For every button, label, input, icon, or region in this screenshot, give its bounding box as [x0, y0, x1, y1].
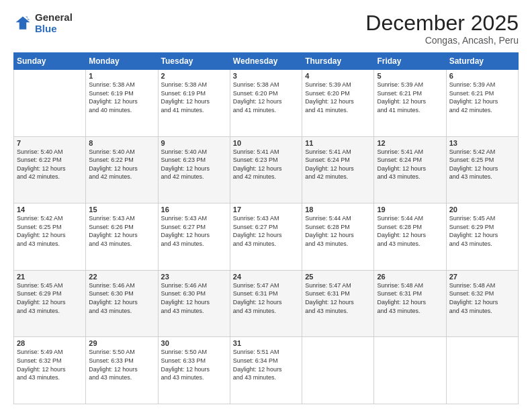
header: General Blue December 2025 Congas, Ancas… [13, 12, 519, 46]
table-row: 11Sunrise: 5:41 AM Sunset: 6:24 PM Dayli… [302, 136, 374, 203]
day-info: Sunrise: 5:38 AM Sunset: 6:20 PM Dayligh… [233, 81, 299, 114]
day-info: Sunrise: 5:43 AM Sunset: 6:27 PM Dayligh… [233, 214, 299, 248]
day-number: 26 [377, 273, 443, 281]
calendar-header-row: Sunday Monday Tuesday Wednesday Thursday… [14, 53, 519, 70]
day-info: Sunrise: 5:38 AM Sunset: 6:19 PM Dayligh… [161, 81, 227, 114]
table-row [374, 337, 446, 404]
day-info: Sunrise: 5:40 AM Sunset: 6:22 PM Dayligh… [89, 148, 154, 181]
table-row: 9Sunrise: 5:40 AM Sunset: 6:23 PM Daylig… [158, 136, 230, 203]
day-info: Sunrise: 5:45 AM Sunset: 6:29 PM Dayligh… [17, 281, 83, 315]
day-info: Sunrise: 5:50 AM Sunset: 6:33 PM Dayligh… [161, 348, 227, 381]
table-row: 25Sunrise: 5:47 AM Sunset: 6:31 PM Dayli… [302, 270, 374, 337]
table-row: 6Sunrise: 5:39 AM Sunset: 6:21 PM Daylig… [446, 70, 518, 137]
day-info: Sunrise: 5:42 AM Sunset: 6:25 PM Dayligh… [17, 214, 83, 248]
table-row: 4Sunrise: 5:39 AM Sunset: 6:20 PM Daylig… [302, 70, 374, 137]
day-number: 6 [449, 72, 515, 80]
table-row: 20Sunrise: 5:45 AM Sunset: 6:29 PM Dayli… [446, 203, 518, 271]
day-info: Sunrise: 5:43 AM Sunset: 6:26 PM Dayligh… [89, 214, 154, 248]
table-row: 2Sunrise: 5:38 AM Sunset: 6:19 PM Daylig… [158, 70, 230, 137]
col-wednesday: Wednesday [230, 53, 302, 70]
day-number: 14 [17, 205, 83, 214]
day-number: 17 [233, 205, 299, 214]
day-number: 16 [161, 205, 227, 214]
calendar-week-row: 14Sunrise: 5:42 AM Sunset: 6:25 PM Dayli… [14, 203, 519, 271]
table-row: 1Sunrise: 5:38 AM Sunset: 6:19 PM Daylig… [86, 70, 158, 137]
title-location: Congas, Ancash, Peru [365, 35, 519, 46]
table-row: 5Sunrise: 5:39 AM Sunset: 6:21 PM Daylig… [374, 70, 446, 137]
day-info: Sunrise: 5:50 AM Sunset: 6:33 PM Dayligh… [89, 348, 154, 381]
table-row: 16Sunrise: 5:43 AM Sunset: 6:27 PM Dayli… [158, 203, 230, 271]
day-info: Sunrise: 5:47 AM Sunset: 6:31 PM Dayligh… [233, 281, 299, 315]
title-block: December 2025 Congas, Ancash, Peru [365, 12, 519, 46]
col-tuesday: Tuesday [158, 53, 230, 70]
table-row: 3Sunrise: 5:38 AM Sunset: 6:20 PM Daylig… [230, 70, 302, 137]
day-number: 1 [89, 72, 154, 80]
calendar-week-row: 21Sunrise: 5:45 AM Sunset: 6:29 PM Dayli… [14, 270, 519, 337]
table-row: 17Sunrise: 5:43 AM Sunset: 6:27 PM Dayli… [230, 203, 302, 271]
day-info: Sunrise: 5:41 AM Sunset: 6:24 PM Dayligh… [305, 148, 371, 181]
table-row: 21Sunrise: 5:45 AM Sunset: 6:29 PM Dayli… [14, 270, 86, 337]
table-row: 26Sunrise: 5:48 AM Sunset: 6:31 PM Dayli… [374, 270, 446, 337]
day-number: 3 [233, 72, 299, 80]
day-info: Sunrise: 5:46 AM Sunset: 6:30 PM Dayligh… [89, 281, 154, 315]
table-row: 22Sunrise: 5:46 AM Sunset: 6:30 PM Dayli… [86, 270, 158, 337]
day-number: 13 [449, 139, 515, 147]
day-info: Sunrise: 5:43 AM Sunset: 6:27 PM Dayligh… [161, 214, 227, 248]
day-info: Sunrise: 5:42 AM Sunset: 6:25 PM Dayligh… [449, 148, 515, 181]
day-info: Sunrise: 5:39 AM Sunset: 6:20 PM Dayligh… [305, 81, 371, 114]
calendar-week-row: 28Sunrise: 5:49 AM Sunset: 6:32 PM Dayli… [14, 337, 519, 404]
col-saturday: Saturday [446, 53, 518, 70]
day-info: Sunrise: 5:38 AM Sunset: 6:19 PM Dayligh… [89, 81, 154, 114]
day-number: 15 [89, 205, 154, 214]
calendar-table: Sunday Monday Tuesday Wednesday Thursday… [13, 52, 519, 404]
day-number: 31 [233, 339, 299, 347]
day-number: 7 [17, 139, 83, 147]
table-row: 7Sunrise: 5:40 AM Sunset: 6:22 PM Daylig… [14, 136, 86, 203]
col-thursday: Thursday [302, 53, 374, 70]
day-number: 28 [17, 339, 83, 347]
logo: General Blue [13, 12, 73, 34]
col-friday: Friday [374, 53, 446, 70]
day-number: 30 [161, 339, 227, 347]
day-number: 27 [449, 273, 515, 281]
day-info: Sunrise: 5:47 AM Sunset: 6:31 PM Dayligh… [305, 281, 371, 315]
day-info: Sunrise: 5:51 AM Sunset: 6:34 PM Dayligh… [233, 348, 299, 381]
calendar-week-row: 1Sunrise: 5:38 AM Sunset: 6:19 PM Daylig… [14, 70, 519, 137]
day-info: Sunrise: 5:45 AM Sunset: 6:29 PM Dayligh… [449, 214, 515, 248]
logo-icon [13, 14, 32, 33]
day-info: Sunrise: 5:39 AM Sunset: 6:21 PM Dayligh… [449, 81, 515, 114]
table-row: 27Sunrise: 5:48 AM Sunset: 6:32 PM Dayli… [446, 270, 518, 337]
col-monday: Monday [86, 53, 158, 70]
day-number: 10 [233, 139, 299, 147]
day-info: Sunrise: 5:48 AM Sunset: 6:31 PM Dayligh… [377, 281, 443, 315]
logo-text: General Blue [35, 12, 73, 34]
table-row: 30Sunrise: 5:50 AM Sunset: 6:33 PM Dayli… [158, 337, 230, 404]
day-number: 8 [89, 139, 154, 147]
table-row: 14Sunrise: 5:42 AM Sunset: 6:25 PM Dayli… [14, 203, 86, 271]
table-row: 23Sunrise: 5:46 AM Sunset: 6:30 PM Dayli… [158, 270, 230, 337]
day-number: 2 [161, 72, 227, 80]
table-row [14, 70, 86, 137]
table-row: 8Sunrise: 5:40 AM Sunset: 6:22 PM Daylig… [86, 136, 158, 203]
table-row: 28Sunrise: 5:49 AM Sunset: 6:32 PM Dayli… [14, 337, 86, 404]
day-number: 25 [305, 273, 371, 281]
day-info: Sunrise: 5:49 AM Sunset: 6:32 PM Dayligh… [17, 348, 83, 381]
logo-general: General [35, 11, 73, 23]
table-row: 12Sunrise: 5:41 AM Sunset: 6:24 PM Dayli… [374, 136, 446, 203]
day-number: 20 [449, 205, 515, 214]
day-number: 9 [161, 139, 227, 147]
day-info: Sunrise: 5:48 AM Sunset: 6:32 PM Dayligh… [449, 281, 515, 315]
table-row: 10Sunrise: 5:41 AM Sunset: 6:23 PM Dayli… [230, 136, 302, 203]
day-info: Sunrise: 5:40 AM Sunset: 6:23 PM Dayligh… [161, 148, 227, 181]
table-row: 15Sunrise: 5:43 AM Sunset: 6:26 PM Dayli… [86, 203, 158, 271]
day-number: 29 [89, 339, 154, 347]
day-number: 4 [305, 72, 371, 80]
title-month: December 2025 [365, 12, 519, 34]
table-row: 29Sunrise: 5:50 AM Sunset: 6:33 PM Dayli… [86, 337, 158, 404]
day-number: 18 [305, 205, 371, 214]
table-row: 31Sunrise: 5:51 AM Sunset: 6:34 PM Dayli… [230, 337, 302, 404]
day-info: Sunrise: 5:44 AM Sunset: 6:28 PM Dayligh… [305, 214, 371, 248]
day-number: 5 [377, 72, 443, 80]
day-info: Sunrise: 5:44 AM Sunset: 6:28 PM Dayligh… [377, 214, 443, 248]
day-info: Sunrise: 5:46 AM Sunset: 6:30 PM Dayligh… [161, 281, 227, 315]
